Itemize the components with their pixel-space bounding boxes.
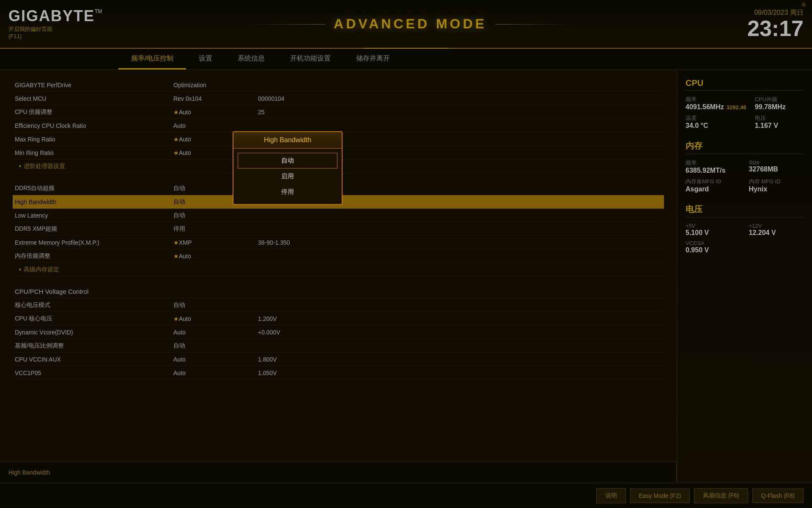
popup-options: 自动 启用 停用: [233, 149, 342, 204]
popup-dialog: High Bandwidth 自动 启用 停用: [233, 131, 343, 205]
popup-overlay[interactable]: High Bandwidth 自动 启用 停用: [0, 0, 812, 508]
popup-title: High Bandwidth: [233, 132, 342, 149]
popup-option-disable[interactable]: 停用: [238, 184, 337, 200]
popup-option-auto[interactable]: 自动: [238, 153, 337, 168]
popup-option-enable[interactable]: 启用: [238, 168, 337, 184]
